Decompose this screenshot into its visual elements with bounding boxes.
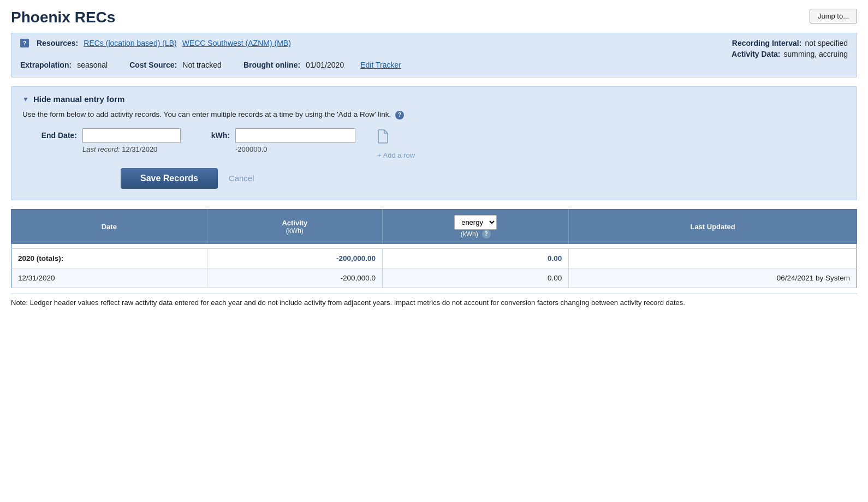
collapse-arrow-icon[interactable]: ▼ <box>22 95 29 103</box>
resource-link-2[interactable]: WECC Southwest (AZNM) (MB) <box>182 39 291 47</box>
recording-interval-label: Recording Interval: <box>732 39 802 47</box>
kwh-last-value: -200000.0 <box>235 145 355 153</box>
extrapolation-label: Extrapolation: <box>20 61 72 69</box>
energy-col-help-icon[interactable]: ? <box>482 230 491 238</box>
end-date-input[interactable] <box>82 128 181 143</box>
col-date: Date <box>11 209 207 244</box>
totals-year: 2020 (totals): <box>11 248 207 268</box>
row-activity: -200,000.0 <box>207 268 382 288</box>
data-table: Date Activity (kWh) energy cost other (k… <box>11 209 857 288</box>
jump-to-button[interactable]: Jump to... <box>810 9 857 23</box>
kwh-input[interactable] <box>235 128 355 143</box>
energy-select[interactable]: energy cost other <box>454 215 497 230</box>
spacer-row <box>11 244 857 249</box>
end-date-label: End Date: <box>33 131 77 140</box>
instruction-help-icon[interactable]: ? <box>395 111 404 119</box>
info-bar: ? Resources: RECs (location based) (LB) … <box>11 33 857 77</box>
resources-help-icon[interactable]: ? <box>20 39 29 47</box>
totals-activity: -200,000.00 <box>207 248 382 268</box>
form-section-title: Hide manual entry form <box>33 94 125 104</box>
table-row: 12/31/2020 -200,000.0 0.00 06/24/2021 by… <box>11 268 857 288</box>
extrapolation-value: seasonal <box>77 61 108 69</box>
form-instruction: Use the form below to add activity recor… <box>22 110 846 119</box>
resources-label: Resources: <box>37 39 78 47</box>
totals-last-updated <box>569 248 857 268</box>
row-last-updated: 06/24/2021 by System <box>569 268 857 288</box>
totals-row: 2020 (totals): -200,000.00 0.00 <box>11 248 857 268</box>
col-last-updated: Last Updated <box>569 209 857 244</box>
row-date: 12/31/2020 <box>11 268 207 288</box>
edit-tracker-link[interactable]: Edit Tracker <box>360 61 401 69</box>
cost-source-label: Cost Source: <box>129 61 177 69</box>
col-energy: energy cost other (kWh) ? <box>383 209 569 244</box>
totals-energy: 0.00 <box>383 248 569 268</box>
activity-data-value: summing, accruing <box>784 50 848 58</box>
cancel-link[interactable]: Cancel <box>229 174 254 183</box>
manual-entry-section: ▼ Hide manual entry form Use the form be… <box>11 86 857 200</box>
file-icon[interactable] <box>377 129 389 147</box>
last-record-label: Last record: <box>82 145 120 153</box>
kwh-label: kWh: <box>203 131 230 140</box>
brought-online-label: Brought online: <box>243 61 300 69</box>
resource-link-1[interactable]: RECs (location based) (LB) <box>84 39 176 47</box>
cost-source-value: Not tracked <box>182 61 222 69</box>
footer-note: Note: Ledger header values reflect raw a… <box>11 294 857 307</box>
col-activity: Activity (kWh) <box>207 209 382 244</box>
page-title: Phoenix RECs <box>11 9 115 26</box>
row-energy: 0.00 <box>383 268 569 288</box>
brought-online-value: 01/01/2020 <box>306 61 344 69</box>
recording-interval-value: not specified <box>805 39 848 47</box>
last-record-value: 12/31/2020 <box>122 145 157 153</box>
activity-data-label: Activity Data: <box>732 50 780 58</box>
add-row-link[interactable]: + Add a row <box>377 151 415 159</box>
save-records-button[interactable]: Save Records <box>121 168 218 189</box>
